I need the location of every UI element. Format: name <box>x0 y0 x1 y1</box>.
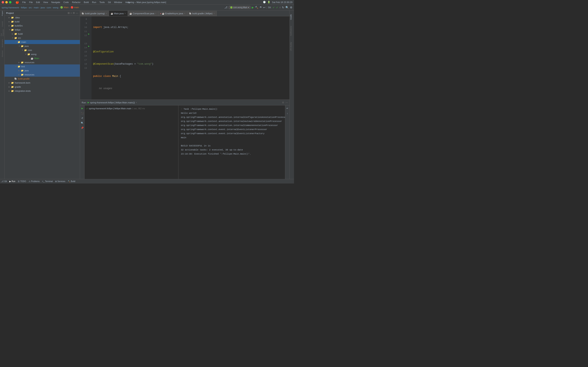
menu-build[interactable]: Build <box>84 1 89 3</box>
expand-all-icon[interactable]: ⊞ <box>68 12 70 15</box>
soft-wrap-icon[interactable]: ↵ <box>285 106 290 110</box>
sidebar-item-project[interactable]: Project <box>0 11 4 16</box>
tree-item-resources-main[interactable]: ▶ 📁 resources <box>4 60 80 64</box>
tree-item-framework-bom[interactable]: ▶ 📁 framework-bom <box>4 81 80 85</box>
coverage-button[interactable]: ☂ <box>259 6 262 9</box>
settings-button[interactable]: ⚙ <box>290 6 292 9</box>
breadcrumb-spring[interactable]: spring-framework <box>2 6 19 9</box>
menu-edit[interactable]: Edit <box>36 1 40 3</box>
menu-file[interactable]: File <box>29 1 33 3</box>
tree-item-test-resources[interactable]: ▶ 📁 resources <box>4 73 80 77</box>
tree-item-main[interactable]: ▼ 📁 main <box>4 40 80 44</box>
tree-item-integration-tests[interactable]: ▶ 📁 integration-tests <box>4 89 80 93</box>
sidebar-item-bookmarks[interactable]: Bookmarks <box>0 41 4 45</box>
breadcrumb-java[interactable]: java <box>41 6 45 9</box>
sidebar-notifications[interactable]: Notifications <box>290 25 294 37</box>
maximize-button[interactable] <box>9 1 11 3</box>
tree-item-build-gradle[interactable]: ▶ 🐘 build.gradle <box>4 77 80 81</box>
breadcrumb-fellipe[interactable]: fellipe <box>21 6 27 9</box>
run-stop-icon[interactable]: ⬛ <box>80 111 84 115</box>
tab-close-icon[interactable]: ✕ <box>105 12 107 15</box>
sidebar-item-pull-requests[interactable]: Pull Requests <box>0 31 4 35</box>
sidebar-item-commit[interactable]: Commit <box>0 22 4 26</box>
sidebar-gradle[interactable]: Gradle <box>290 13 294 21</box>
tree-item-src[interactable]: ▼ 📁 src <box>4 36 80 40</box>
git-refresh-icon[interactable]: ↻ <box>282 6 284 9</box>
panel-settings-icon[interactable]: ⚙ <box>73 12 75 15</box>
tree-item-fellipe[interactable]: ▼ 📁 fellipe <box>4 28 80 32</box>
tool-run[interactable]: ▶ Run <box>9 180 15 183</box>
tab-close-main[interactable]: ✕ <box>124 12 126 15</box>
run-arrow-13[interactable]: ▶ <box>88 45 90 48</box>
run-minimize-icon[interactable]: — <box>285 101 288 104</box>
run-config-dropdown[interactable]: ▾ <box>248 6 249 8</box>
breadcrumb-com[interactable]: com <box>47 6 51 9</box>
tab-close-fellipe[interactable]: ✕ <box>213 12 215 15</box>
menu-navigate[interactable]: Navigate <box>51 1 60 3</box>
close-button[interactable] <box>2 1 4 3</box>
apple-menu[interactable]: 🍎 <box>16 1 19 4</box>
run-item[interactable]: ✓ spring-framework:fellipe [:fellipe:Mai… <box>86 106 177 111</box>
tab-close-componentscan[interactable]: ✕ <box>155 12 156 15</box>
tree-item-build-root[interactable]: ▶ 📁 build <box>4 20 80 24</box>
sidebar-item-structure[interactable]: Structure <box>0 52 4 56</box>
run-button[interactable]: ▶ <box>252 6 254 9</box>
breadcrumb-Main[interactable]: 🟢 Main <box>60 6 69 9</box>
tool-problems[interactable]: ⚠ Problems <box>29 180 40 183</box>
tab-enableasync[interactable]: ● ☕ EnableAsync.java ✕ <box>158 11 187 16</box>
menu-code[interactable]: Code <box>63 1 69 3</box>
tree-item-idea[interactable]: ▶ 📁 .idea <box>4 16 80 20</box>
tree-item-buildsrc[interactable]: ▶ 📁 buildSrc <box>4 24 80 28</box>
collapse-icon[interactable]: ≡ <box>70 12 72 15</box>
tool-build[interactable]: 🔨 Build <box>68 180 75 183</box>
run-configuration[interactable]: 🟢 com.wong.Main ▾ <box>229 6 251 9</box>
scroll-end-icon[interactable]: ↓ <box>285 111 290 115</box>
vcs-icon[interactable]: ⎇ <box>224 6 227 9</box>
panel-minimize-icon[interactable]: — <box>76 12 78 15</box>
tree-item-fellipe-build[interactable]: ▶ 📁 build <box>4 32 80 36</box>
run-arrow-12[interactable]: ▶ <box>88 33 90 35</box>
menu-intellij[interactable]: File <box>22 1 26 3</box>
run-settings-icon[interactable]: ⚙ <box>282 101 284 104</box>
search-button[interactable]: 🔍 <box>285 6 289 9</box>
run-pin-icon[interactable]: 📌 <box>80 126 84 130</box>
git-check-icon[interactable]: ✓ <box>273 6 275 9</box>
undo-button[interactable]: ↩ <box>263 6 265 9</box>
git-push-icon[interactable]: ✓ <box>276 6 278 9</box>
run-tab-close[interactable]: ✕ <box>136 101 137 104</box>
git-arrow-icon[interactable]: ↑ <box>279 6 281 9</box>
tool-git[interactable]: ⎇ Git <box>1 180 7 183</box>
tool-terminal[interactable]: >_ Terminal <box>42 180 53 183</box>
breadcrumb-main-method[interactable]: 🔴 main <box>71 6 79 9</box>
menu-refactor[interactable]: Refactor <box>72 1 81 3</box>
run-rerun-icon[interactable]: ↺ <box>80 116 84 120</box>
build-button[interactable]: 🔨 <box>255 6 258 9</box>
tab-build-gradle-spring[interactable]: 🐘 build.gradle (spring) ✕ <box>80 11 109 16</box>
tool-services[interactable]: ⊞ Services <box>55 180 65 183</box>
tree-item-test[interactable]: ▼ 📁 test <box>4 64 80 68</box>
tab-main-java[interactable]: ☕ Main.java ✕ <box>109 11 128 16</box>
tab-close-enableasync[interactable]: ✕ <box>184 12 186 15</box>
tool-todo[interactable]: ☰ TODO <box>18 180 26 183</box>
tree-item-test-java[interactable]: ▶ 📁 java <box>4 68 80 73</box>
tree-item-com[interactable]: ▼ 📁 com <box>4 48 80 52</box>
menu-view[interactable]: View <box>43 1 48 3</box>
menu-window[interactable]: Window <box>114 1 122 3</box>
tab-componentscan[interactable]: ☕ ComponentScan.java ✕ <box>128 11 158 16</box>
run-play-icon[interactable]: ▶ <box>80 106 84 110</box>
minimize-button[interactable] <box>5 1 8 3</box>
tree-item-gradle[interactable]: ▶ 📁 gradle <box>4 85 80 89</box>
tree-item-wong[interactable]: ▼ 📁 wong <box>4 52 80 56</box>
tree-item-Main[interactable]: ▶ ☕ Main <box>4 56 80 60</box>
tree-item-java[interactable]: ▼ 📁 java <box>4 44 80 48</box>
breadcrumb-src[interactable]: src <box>29 6 32 9</box>
breadcrumb-main[interactable]: main <box>34 6 39 9</box>
sidebar-jpa[interactable]: JPA Buddy <box>290 41 294 52</box>
code-content[interactable]: import java.util.Arrays; @Configuration … <box>91 16 290 100</box>
menu-tools[interactable]: Tools <box>99 1 105 3</box>
tab-build-gradle-fellipe[interactable]: 🐘 build.gradle (:fellipe) ✕ <box>187 11 217 16</box>
breadcrumb-wong[interactable]: wong <box>53 6 58 9</box>
run-tab[interactable]: ▶ spring-framework:fellipe [:fellipe:Mai… <box>87 101 137 104</box>
run-filter-icon[interactable]: 🔍 <box>80 121 84 125</box>
menu-git[interactable]: Git <box>108 1 111 3</box>
